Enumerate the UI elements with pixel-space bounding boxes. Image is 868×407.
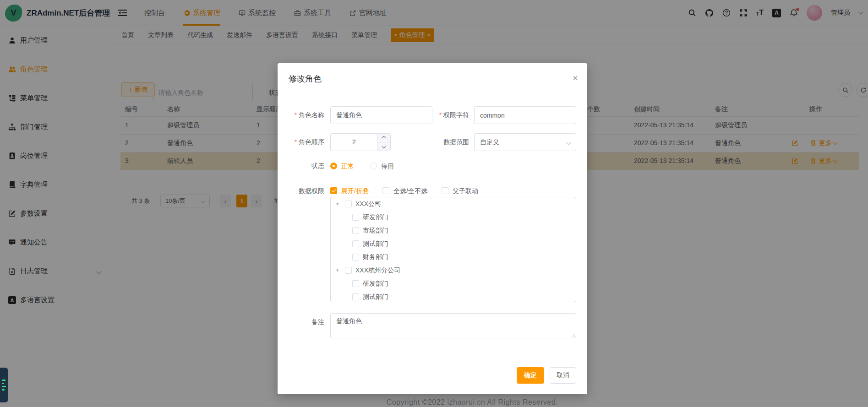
tree-node-rd-dept-branch[interactable]: 研发部门 — [331, 277, 576, 290]
dev-badge-bar — [2, 380, 5, 381]
tree-node-label[interactable]: 测试部门 — [363, 293, 388, 301]
status-disabled-radio[interactable] — [370, 163, 377, 169]
data-permission-label: 数据权限 — [278, 182, 324, 200]
chevron-up-icon — [382, 136, 386, 140]
role-order-value[interactable]: 2 — [331, 134, 377, 151]
role-name-input[interactable] — [330, 106, 432, 124]
parent-child-link-label[interactable]: 父子联动 — [453, 186, 478, 195]
tree-node-label[interactable]: XXX杭州分公司 — [355, 266, 400, 275]
status-normal-label[interactable]: 正常 — [341, 162, 354, 171]
expand-collapse-checkbox[interactable] — [330, 187, 337, 194]
chevron-down-icon — [382, 145, 386, 148]
tree-node-label[interactable]: 测试部门 — [363, 240, 388, 248]
tree-node-test-dept-branch[interactable]: 测试部门 — [331, 290, 576, 302]
tree-node-label[interactable]: 财务部门 — [363, 253, 388, 261]
tree-node-hangzhou-branch[interactable]: ▾ XXX杭州分公司 — [331, 264, 576, 277]
tree-node-label[interactable]: 研发部门 — [363, 280, 388, 288]
tree-node-checkbox[interactable] — [352, 280, 359, 287]
tree-node-company[interactable]: ▾ XXX公司 — [331, 197, 576, 211]
tree-caret-down-icon[interactable]: ▾ — [336, 201, 341, 206]
tree-node-checkbox[interactable] — [352, 214, 359, 221]
tree-node-checkbox[interactable] — [345, 201, 352, 207]
status-normal-radio[interactable] — [330, 163, 337, 169]
tree-caret-down-icon[interactable]: ▾ — [336, 268, 341, 273]
confirm-button[interactable]: 确定 — [517, 367, 544, 384]
tree-node-test-dept[interactable]: 测试部门 — [331, 237, 576, 250]
dev-badge-bar — [2, 389, 5, 391]
select-all-checkbox[interactable] — [382, 187, 389, 194]
status-disabled-label[interactable]: 停用 — [381, 162, 394, 171]
dialog-close-icon[interactable]: × — [573, 73, 578, 82]
data-scope-value: 自定义 — [480, 138, 499, 147]
tree-node-checkbox[interactable] — [352, 227, 359, 234]
role-key-label: 权限字符 — [422, 106, 469, 124]
tree-node-finance-dept[interactable]: 财务部门 — [331, 250, 576, 264]
tree-node-checkbox[interactable] — [345, 267, 352, 274]
remark-textarea[interactable]: 普通角色 — [330, 313, 576, 338]
tree-node-marketing-dept[interactable]: 市场部门 — [331, 224, 576, 237]
dev-badge-bar — [2, 383, 4, 384]
role-order-stepper[interactable]: 2 — [330, 133, 391, 151]
edit-role-dialog: 修改角色 × 角色名称 权限字符 角色顺序 2 数据范围 自定义 状态 正常 停… — [278, 63, 587, 394]
stepper-increase-button[interactable] — [377, 134, 390, 142]
status-label: 状态 — [278, 157, 324, 175]
data-scope-select[interactable]: 自定义 — [474, 133, 576, 151]
stepper-decrease-button[interactable] — [377, 142, 390, 151]
remark-label: 备注 — [278, 313, 324, 331]
tree-node-label[interactable]: XXX公司 — [355, 200, 381, 208]
dialog-footer: 确定 取消 — [517, 367, 576, 384]
cancel-button[interactable]: 取消 — [550, 367, 576, 384]
dialog-title: 修改角色 — [289, 73, 322, 84]
dev-tools-badge[interactable] — [0, 368, 8, 402]
tree-node-label[interactable]: 研发部门 — [363, 213, 388, 222]
role-order-label: 角色顺序 — [278, 133, 324, 151]
role-name-label: 角色名称 — [278, 106, 324, 124]
data-scope-label: 数据范围 — [422, 133, 469, 151]
permission-tree: ▾ XXX公司 研发部门 市场部门 测试部门 财务部门 ▾ — [330, 197, 576, 302]
expand-collapse-label[interactable]: 展开/折叠 — [341, 186, 369, 195]
tree-node-checkbox[interactable] — [352, 254, 359, 260]
screen: V ZRAdmin.NET后台管理 控制台 系统管理 系统监控 系统工具 — [0, 0, 868, 407]
parent-child-link-checkbox[interactable] — [442, 187, 448, 194]
tree-node-rd-dept[interactable]: 研发部门 — [331, 211, 576, 224]
select-all-label[interactable]: 全选/全不选 — [393, 186, 427, 195]
dev-badge-bar — [2, 386, 6, 387]
select-chevron-down-icon — [566, 140, 571, 145]
role-key-input[interactable] — [474, 106, 576, 124]
tree-node-checkbox[interactable] — [352, 293, 359, 300]
tree-node-label[interactable]: 市场部门 — [363, 227, 388, 235]
tree-node-checkbox[interactable] — [352, 240, 359, 247]
